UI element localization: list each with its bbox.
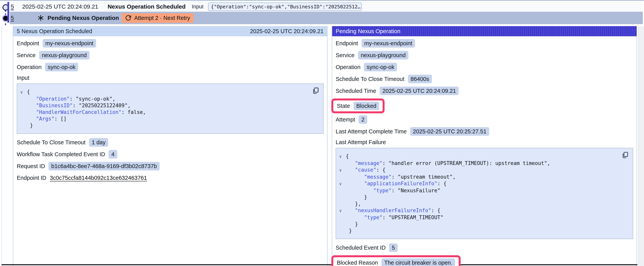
field-label: Attempt — [336, 116, 355, 123]
pending-panel-title: Pending Nexus Operation — [336, 28, 400, 35]
code-text: }, — [346, 201, 361, 207]
event-id-link[interactable]: 5 — [11, 3, 14, 10]
code-line: ∨ "applicationFailureInfo": { — [338, 180, 619, 187]
field-row-attempt: Attempt 2 — [336, 115, 633, 124]
pending-title-group: Pending Nexus Operation — [38, 15, 119, 21]
collapse-chevron-icon[interactable]: ∨ — [338, 181, 346, 187]
copy-icon — [312, 87, 319, 94]
code-line: ∨{ — [338, 153, 619, 160]
code-key: "Operation" — [27, 96, 70, 102]
code-text: } — [346, 228, 352, 234]
code-text: } — [27, 122, 33, 128]
field-value-badge: sync-op-ok — [45, 63, 78, 71]
scrollbar-track[interactable] — [638, 26, 644, 266]
field-label: Blocked Reason — [337, 259, 378, 266]
field-row-service: Service nexus-playground — [336, 51, 633, 60]
code-line: "Operation": "sync-op-ok", — [19, 96, 310, 102]
code-key: "cause" — [346, 167, 376, 173]
event-detail-panel: 5 Nexus Operation Scheduled 2025-02-25 U… — [13, 26, 328, 266]
code-text: : "sync-op-ok", — [70, 96, 116, 102]
code-line: "type": "UPSTREAM_TIMEOUT" — [338, 214, 619, 221]
field-row-request-id: Request ID b1c6a4bc-8ee7-468a-9169-df3b0… — [17, 162, 324, 170]
event-panel-header: 5 Nexus Operation Scheduled 2025-02-25 U… — [13, 26, 327, 36]
failure-section-label: Last Attempt Failure — [336, 139, 633, 145]
field-value-badge: 2 — [359, 115, 367, 124]
event-panel-title: 5 Nexus Operation Scheduled — [17, 28, 92, 35]
field-row-service: Service nexus-playground — [17, 51, 324, 60]
code-key: "type" — [346, 188, 392, 193]
field-row-scheduled-time: Scheduled Time 2025-02-25 UTC 20:24:09.2… — [336, 87, 633, 95]
code-key: "message" — [346, 160, 382, 166]
field-label: Service — [17, 52, 36, 59]
code-line: "Args": [] — [19, 115, 310, 122]
code-key: "applicationFailureInfo" — [346, 181, 438, 186]
code-line: } — [338, 194, 619, 200]
field-label: Operation — [336, 64, 360, 70]
event-row-scheduled[interactable]: 5 2025-02-25 UTC 20:24:09.21 Nexus Opera… — [0, 2, 643, 12]
code-text: { — [27, 89, 30, 95]
input-preview-badge[interactable]: {"Operation":"sync-op-ok","BusinessID":"… — [208, 3, 362, 11]
collapse-chevron-icon[interactable]: ∨ — [338, 167, 346, 174]
code-line: "HandlerWaitForCancellation": false, — [19, 109, 310, 115]
field-label: Schedule To Close Timeout — [336, 76, 404, 82]
code-line: ∨ "cause": { — [338, 167, 619, 174]
input-json-code-block: ∨{ "Operation": "sync-op-ok", "BusinessI… — [17, 84, 324, 134]
detail-panels: 5 Nexus Operation Scheduled 2025-02-25 U… — [13, 26, 637, 266]
pending-detail-panel: Pending Nexus Operation Endpoint my-nexu… — [332, 26, 637, 266]
code-text: : "UPSTREAM_TIMEOUT" — [382, 214, 444, 220]
copy-button[interactable] — [621, 151, 629, 159]
field-label: Endpoint ID — [17, 175, 46, 181]
failure-json-code-block: ∨{ "message": "handler error (UPSTREAM_T… — [336, 148, 633, 239]
event-panel-body: Endpoint my-nexus-endpoint Service nexus… — [13, 36, 327, 182]
code-text: : { — [438, 181, 446, 186]
field-row-operation: Operation sync-op-ok — [17, 63, 324, 71]
field-row-last-attempt-time: Last Attempt Complete Time 2025-02-25 UT… — [336, 127, 633, 136]
code-line: } — [19, 122, 310, 129]
event-history-screen: 5 2025-02-25 UTC 20:24:09.21 Nexus Opera… — [0, 0, 644, 266]
copy-button[interactable] — [312, 87, 319, 95]
field-value-badge: my-nexus-endpoint — [362, 39, 415, 48]
state-highlight-box: State Blocked — [331, 99, 384, 113]
field-value-badge: nexus-playground — [358, 51, 408, 60]
left-border-line — [2, 25, 2, 266]
code-key: "HandlerWaitForCancellation" — [27, 109, 122, 115]
pending-id-link[interactable]: 5 — [11, 15, 14, 21]
field-row-endpoint-id: Endpoint ID 3c0c75ccfa8144b092c13ce63246… — [17, 174, 324, 182]
state-value-badge: Blocked — [354, 102, 379, 110]
field-label: Service — [336, 52, 354, 59]
event-panel-timestamp: 2025-02-25 UTC 20:24:09.21 — [250, 28, 324, 35]
field-value-badge: 2025-02-25 UTC 20:24:09.21 — [380, 87, 459, 95]
attempt-badge-label: Attempt 2 · Next Retry — [134, 15, 190, 21]
field-row-operation: Operation sync-op-ok — [336, 63, 633, 71]
code-key: "Args" — [27, 116, 54, 122]
collapse-chevron-icon[interactable]: ∨ — [19, 89, 27, 96]
field-label: Request ID — [17, 163, 45, 169]
field-value-badge: 1 day — [89, 138, 108, 147]
code-text: { — [346, 153, 349, 159]
field-value-badge: my-nexus-endpoint — [43, 39, 96, 48]
code-text: : "upstream timeout", — [392, 174, 456, 180]
code-line: } — [338, 221, 619, 227]
collapse-chevron-icon[interactable]: ∨ — [338, 207, 346, 214]
copy-icon — [621, 151, 628, 159]
blocked-reason-highlight-box: Blocked Reason The circuit breaker is op… — [331, 255, 460, 266]
bottom-divider — [2, 264, 637, 265]
input-label: Input — [192, 4, 204, 10]
field-label: Operation — [17, 64, 42, 70]
code-text: : [] — [54, 116, 67, 122]
field-value-badge: nexus-playground — [39, 51, 90, 60]
field-label: Schedule To Close Timeout — [17, 139, 86, 146]
field-row-scheduled-event-id: Scheduled Event ID 5 — [336, 243, 633, 252]
code-line: "BusinessID": "20250225122409", — [19, 102, 310, 109]
code-line: ∨ "nexusHandlerFailureInfo": { — [338, 207, 619, 214]
field-row-schedule-timeout: Schedule To Close Timeout 86400s — [336, 75, 633, 83]
field-value-badge: 4 — [108, 150, 117, 159]
field-label: Endpoint — [336, 40, 358, 47]
pending-operation-row[interactable]: 5 Pending Nexus Operation Attempt 2 · Ne… — [0, 12, 643, 24]
endpoint-id-link[interactable]: 3c0c75ccfa8144b092c13ce632463761 — [50, 175, 147, 181]
code-line: }, — [338, 200, 619, 207]
collapse-chevron-icon[interactable]: ∨ — [338, 153, 346, 160]
code-text: } — [346, 221, 358, 227]
field-label: Scheduled Time — [336, 88, 376, 94]
field-value-badge: 5 — [389, 243, 398, 252]
